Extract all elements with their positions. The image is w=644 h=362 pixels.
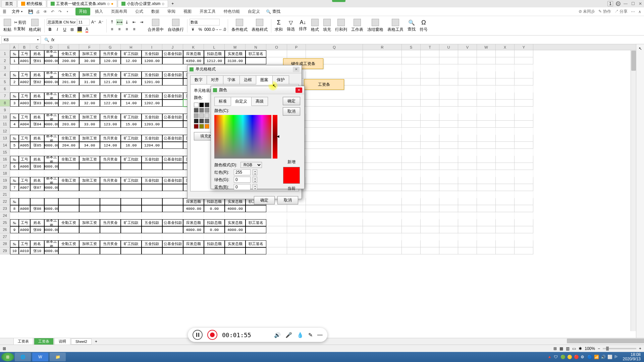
row-header[interactable]: 10	[0, 114, 10, 121]
cell[interactable]	[402, 233, 421, 240]
cell[interactable]	[30, 107, 44, 114]
fill-button[interactable]: 填充	[322, 18, 332, 33]
cell[interactable]	[496, 64, 515, 71]
cell[interactable]	[306, 247, 363, 254]
cell[interactable]	[402, 121, 421, 128]
col-header[interactable]: E	[58, 44, 79, 50]
cell[interactable]	[402, 198, 421, 205]
cell[interactable]: 张01	[30, 57, 44, 64]
view-reading-icon[interactable]: ▭	[572, 346, 576, 351]
row-header[interactable]: 16	[0, 156, 10, 163]
cell[interactable]: 31.00	[79, 78, 100, 85]
task-app[interactable]: 📁	[50, 353, 66, 361]
file-menu[interactable]: 文件▾	[9, 8, 25, 15]
cell[interactable]	[58, 85, 79, 93]
cell[interactable]	[287, 226, 306, 233]
col-header[interactable]: R	[363, 44, 402, 50]
badge[interactable]: 1	[607, 1, 613, 6]
cell[interactable]: 公基金扣款	[162, 156, 183, 163]
cell[interactable]: 全勤工资	[58, 177, 79, 184]
cell[interactable]: 公基金扣款	[162, 71, 183, 78]
cell[interactable]	[142, 233, 162, 240]
cell[interactable]	[515, 121, 533, 128]
cell[interactable]	[421, 226, 439, 233]
cell[interactable]	[79, 198, 100, 205]
cell[interactable]: 职工签名	[246, 50, 266, 57]
cell[interactable]	[10, 85, 19, 93]
swatch-white[interactable]	[194, 103, 199, 107]
cell[interactable]: 加班工资	[79, 135, 100, 142]
cell[interactable]	[439, 93, 458, 100]
cell[interactable]	[19, 170, 30, 177]
cell[interactable]	[515, 156, 533, 163]
hamburger-icon[interactable]: ☰	[3, 9, 6, 14]
add-sheet-button[interactable]: +	[92, 339, 100, 344]
cell[interactable]	[458, 85, 477, 93]
settings-icon[interactable]: ✱	[579, 346, 582, 351]
cell[interactable]	[477, 128, 496, 135]
cell[interactable]	[439, 212, 458, 219]
cell[interactable]	[421, 240, 439, 247]
cell[interactable]	[225, 233, 246, 240]
cell[interactable]: 加班工资	[79, 50, 100, 57]
cell[interactable]	[19, 212, 30, 219]
cell[interactable]	[439, 247, 458, 254]
cell[interactable]	[79, 212, 100, 219]
cell[interactable]	[306, 93, 363, 100]
cell[interactable]	[402, 226, 421, 233]
cell[interactable]	[306, 107, 363, 114]
cell[interactable]	[439, 135, 458, 142]
cell[interactable]	[79, 128, 100, 135]
cell[interactable]	[477, 240, 496, 247]
print-icon[interactable]: 🖨	[35, 9, 41, 14]
task-ie[interactable]: 🌐	[15, 353, 31, 361]
cell[interactable]	[477, 64, 496, 71]
cell[interactable]: 全勤工资	[58, 50, 79, 57]
cell[interactable]	[363, 121, 402, 128]
cell[interactable]	[79, 205, 100, 212]
cell[interactable]: 加班工资	[79, 93, 100, 100]
cell[interactable]	[477, 212, 496, 219]
cell[interactable]	[30, 170, 44, 177]
col-header[interactable]: W	[477, 44, 496, 50]
cell[interactable]: 8	[10, 205, 19, 212]
cell[interactable]	[421, 142, 439, 149]
cell[interactable]: 3138.00	[225, 57, 246, 64]
cell[interactable]	[100, 163, 121, 170]
cell[interactable]: 基本工资	[44, 156, 58, 163]
cell[interactable]: №	[10, 156, 19, 163]
cell[interactable]	[402, 71, 421, 78]
cell[interactable]	[162, 170, 183, 177]
cell[interactable]: 姓名	[30, 156, 44, 163]
cell[interactable]: 旷工扣款	[121, 71, 142, 78]
cell[interactable]	[496, 247, 515, 254]
ribbon-tab-2[interactable]: 页面布局	[108, 8, 130, 15]
col-header[interactable]: D	[44, 44, 58, 50]
cell[interactable]: 工号	[19, 219, 30, 226]
minimize-button[interactable]: —	[623, 1, 628, 6]
cell[interactable]	[10, 170, 19, 177]
cell[interactable]	[58, 247, 79, 254]
cell[interactable]	[458, 149, 477, 156]
cell[interactable]: 全勤工资	[58, 240, 79, 247]
cell[interactable]	[421, 219, 439, 226]
cell[interactable]	[477, 226, 496, 233]
cell[interactable]	[225, 212, 246, 219]
cell[interactable]: 基本工资	[44, 240, 58, 247]
cell[interactable]: 4000.00	[44, 226, 58, 233]
dialog-tab[interactable]: 字体	[223, 75, 240, 84]
ribbon-tab-7[interactable]: 开发工具	[196, 8, 219, 15]
side-panel[interactable]: ↖	[636, 44, 644, 338]
tray-icon[interactable]: 🟡	[567, 355, 572, 359]
dialog-tab[interactable]: 边框	[239, 75, 256, 84]
sort-button[interactable]: A↓排序	[298, 19, 308, 33]
ribbon-tab-8[interactable]: 特色功能	[220, 8, 243, 15]
zoom-out-button[interactable]: −	[598, 346, 600, 351]
cell[interactable]	[162, 163, 183, 170]
cell[interactable]	[306, 212, 363, 219]
cell[interactable]	[402, 191, 421, 198]
cell[interactable]	[458, 64, 477, 71]
col-header[interactable]: G	[100, 44, 121, 50]
cell[interactable]	[100, 149, 121, 156]
cell[interactable]	[402, 114, 421, 121]
